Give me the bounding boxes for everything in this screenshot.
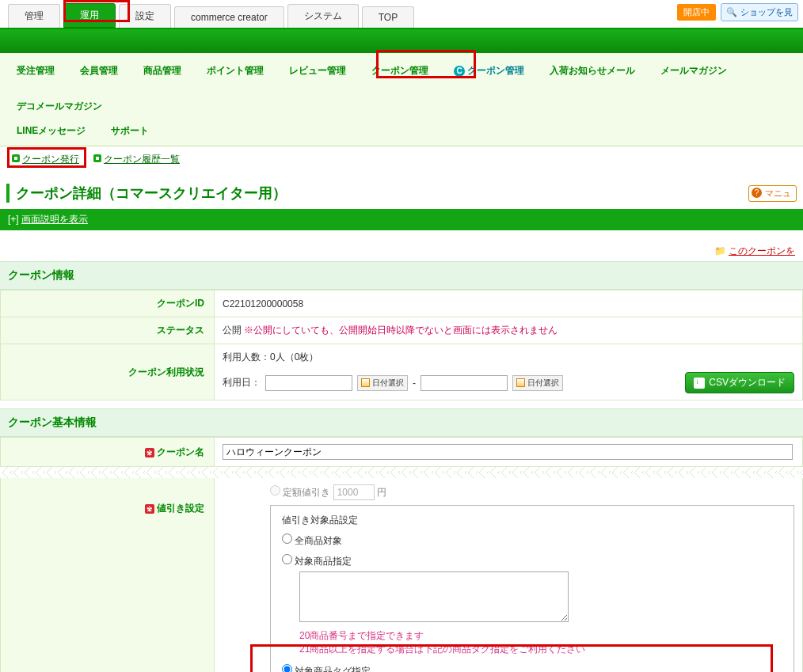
fixed-discount-amount-input[interactable]: [333, 484, 375, 500]
operation-subnav: 受注管理 会員管理 商品管理 ポイント管理 レビュー管理 クーポン管理 C クー…: [0, 53, 803, 146]
hint-toggle-icon: [+]: [8, 214, 21, 225]
subnav-products[interactable]: 商品管理: [139, 61, 186, 81]
coupon-name-input[interactable]: [223, 444, 793, 460]
coupon-info-table: クーポンID C22101200000058 ステータス 公開 ※公開にしていて…: [0, 290, 803, 401]
opt-specify-products[interactable]: 対象商品指定: [282, 554, 782, 568]
subnav-line[interactable]: LINEメッセージ: [12, 121, 90, 141]
date-range-separator: -: [413, 378, 416, 389]
specify-products-textarea[interactable]: [299, 571, 569, 622]
date-picker-from-button[interactable]: 日付選択: [357, 375, 408, 391]
fixed-discount-unit: 円: [377, 487, 386, 498]
label-usage: クーポン利用状況: [1, 344, 215, 401]
label-coupon-name: ※クーポン名: [1, 438, 215, 467]
date-picker-label: 日付選択: [527, 378, 559, 389]
view-shop-button[interactable]: 🔍 ショップを見: [721, 3, 798, 21]
opt-all-products[interactable]: 全商品対象: [282, 533, 782, 548]
radio-all-products-label: 全商品対象: [295, 535, 342, 546]
tab-commerce-creator[interactable]: commerce creator: [174, 6, 284, 28]
value-status: 公開: [223, 325, 242, 336]
radio-specify-products[interactable]: [282, 554, 292, 564]
fixed-discount-radio[interactable]: [270, 485, 280, 495]
status-note: ※公開にしていても、公開開始日時以降でないと画面には表示されません: [244, 325, 558, 336]
value-coupon-id: C22101200000058: [215, 290, 803, 317]
label-coupon-id: クーポンID: [1, 290, 215, 317]
shop-open-badge: 開店中: [677, 4, 716, 21]
highlight-box-tag-option: [250, 644, 773, 672]
magnifier-icon: 🔍: [726, 7, 737, 17]
calendar-icon: [516, 378, 525, 387]
subnav-orders[interactable]: 受注管理: [12, 61, 59, 81]
view-shop-label: ショップを見: [740, 6, 793, 18]
page-title: クーポン詳細（コマースクリエイター用）: [6, 184, 287, 203]
screen-hint-bar[interactable]: [+] 画面説明を表示: [0, 209, 803, 230]
link-coupon-history[interactable]: クーポン履歴一覧: [104, 154, 180, 165]
fixed-discount-label: 定額値引き: [283, 487, 330, 498]
subnav-members[interactable]: 会員管理: [75, 61, 123, 81]
highlight-box-coupon-issue: [7, 147, 86, 168]
subnav-support[interactable]: サポート: [106, 121, 154, 141]
required-icon: ※: [145, 448, 154, 457]
fixed-discount-row: 定額値引き 円: [270, 484, 794, 500]
manual-button[interactable]: マニュ: [748, 185, 797, 202]
usage-date-label: 利用日：: [223, 376, 261, 389]
fieldset-legend: 値引き対象品設定: [282, 514, 782, 527]
highlight-box-coupon-cc: [376, 50, 476, 78]
label-discount-setting: ※値引き設定: [1, 478, 215, 672]
coupon-basic-table: ※クーポン名 ※値引き設定 定額値引き 円 値引き対象品設定 全商品対象 対象商…: [0, 437, 803, 672]
top-tab-bar: 管理 運用 設定 commerce creator システム TOP 開店中 🔍…: [0, 0, 803, 29]
bullet-icon: [93, 154, 101, 162]
highlight-box-operation-tab: [63, 0, 130, 22]
csv-download-button[interactable]: CSVダウンロード: [685, 372, 794, 393]
subnav-decomail[interactable]: デコメールマガジン: [12, 97, 107, 116]
download-icon: [694, 378, 705, 389]
radio-all-products[interactable]: [282, 533, 292, 544]
tab-admin[interactable]: 管理: [8, 4, 60, 28]
date-picker-to-button[interactable]: 日付選択: [512, 375, 563, 391]
note-max20: 20商品番号まで指定できます: [299, 629, 782, 643]
folder-icon: 📁: [714, 245, 726, 256]
section-coupon-basic: クーポン基本情報: [0, 408, 803, 437]
tab-system[interactable]: システム: [287, 4, 359, 28]
usage-date-to-input[interactable]: [421, 375, 508, 391]
usage-date-from-input[interactable]: [265, 375, 352, 391]
ragged-separator: [1, 467, 803, 478]
delete-coupon-link[interactable]: このクーポンを: [729, 245, 795, 256]
coupon-subsubnav: クーポン発行 クーポン履歴一覧: [0, 146, 803, 173]
subnav-restock-mail[interactable]: 入荷お知らせメール: [545, 61, 640, 81]
label-status: ステータス: [1, 317, 215, 344]
subsub-item-history[interactable]: クーポン履歴一覧: [93, 153, 180, 166]
usage-count: 利用人数：0人（0枚）: [223, 351, 794, 364]
subnav-magazine[interactable]: メールマガジン: [656, 61, 732, 81]
csv-label: CSVダウンロード: [709, 376, 786, 389]
section-coupon-info: クーポン情報: [0, 261, 803, 290]
hint-toggle-link[interactable]: 画面説明を表示: [21, 214, 88, 225]
radio-specify-products-label: 対象商品指定: [295, 556, 352, 567]
date-picker-label: 日付選択: [372, 378, 404, 389]
subnav-points[interactable]: ポイント管理: [202, 61, 268, 81]
required-icon: ※: [145, 504, 154, 514]
tab-top[interactable]: TOP: [362, 6, 414, 28]
calendar-icon: [361, 378, 370, 387]
subnav-reviews[interactable]: レビュー管理: [284, 61, 351, 81]
